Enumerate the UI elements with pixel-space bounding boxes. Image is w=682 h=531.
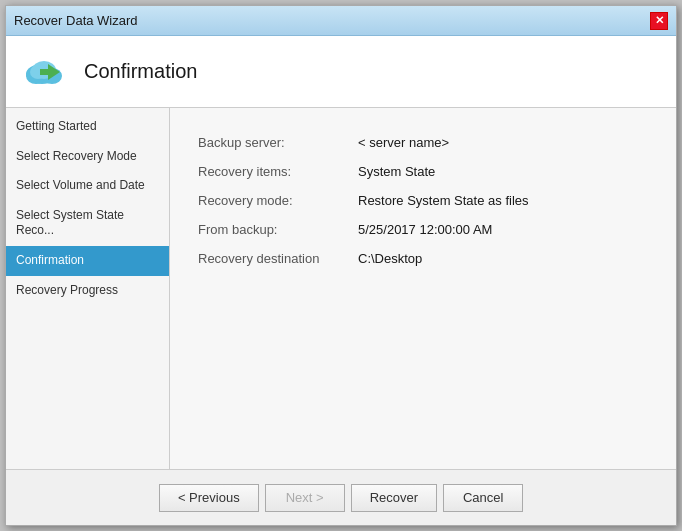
info-table: Backup server:< server name>Recovery ite… (194, 128, 652, 273)
sidebar: Getting Started Select Recovery Mode Sel… (6, 108, 170, 469)
info-value: System State (354, 157, 652, 186)
sidebar-item-system-state[interactable]: Select System State Reco... (6, 201, 169, 246)
title-bar-controls: ✕ (650, 12, 668, 30)
wizard-window: Recover Data Wizard ✕ Confirmation Getti… (5, 5, 677, 526)
close-button[interactable]: ✕ (650, 12, 668, 30)
info-value: Restore System State as files (354, 186, 652, 215)
info-label: From backup: (194, 215, 354, 244)
info-label: Recovery items: (194, 157, 354, 186)
sidebar-item-getting-started[interactable]: Getting Started (6, 112, 169, 142)
header-section: Confirmation (6, 36, 676, 108)
info-row: Recovery destinationC:\Desktop (194, 244, 652, 273)
main-content: Backup server:< server name>Recovery ite… (170, 108, 676, 469)
window-title: Recover Data Wizard (14, 13, 138, 28)
info-value: C:\Desktop (354, 244, 652, 273)
info-label: Backup server: (194, 128, 354, 157)
info-label: Recovery destination (194, 244, 354, 273)
sidebar-item-recovery-progress[interactable]: Recovery Progress (6, 276, 169, 306)
cancel-button[interactable]: Cancel (443, 484, 523, 512)
previous-button[interactable]: < Previous (159, 484, 259, 512)
content-area: Getting Started Select Recovery Mode Sel… (6, 108, 676, 469)
page-title: Confirmation (84, 60, 197, 83)
footer: < Previous Next > Recover Cancel (6, 469, 676, 525)
sidebar-item-recovery-mode[interactable]: Select Recovery Mode (6, 142, 169, 172)
info-label: Recovery mode: (194, 186, 354, 215)
info-row: Recovery items:System State (194, 157, 652, 186)
next-button[interactable]: Next > (265, 484, 345, 512)
info-row: Backup server:< server name> (194, 128, 652, 157)
info-value: 5/25/2017 12:00:00 AM (354, 215, 652, 244)
info-row: From backup:5/25/2017 12:00:00 AM (194, 215, 652, 244)
recover-button[interactable]: Recover (351, 484, 437, 512)
wizard-icon (22, 48, 70, 96)
title-bar: Recover Data Wizard ✕ (6, 6, 676, 36)
sidebar-item-confirmation[interactable]: Confirmation (6, 246, 169, 276)
sidebar-item-volume-date[interactable]: Select Volume and Date (6, 171, 169, 201)
info-row: Recovery mode:Restore System State as fi… (194, 186, 652, 215)
info-value: < server name> (354, 128, 652, 157)
